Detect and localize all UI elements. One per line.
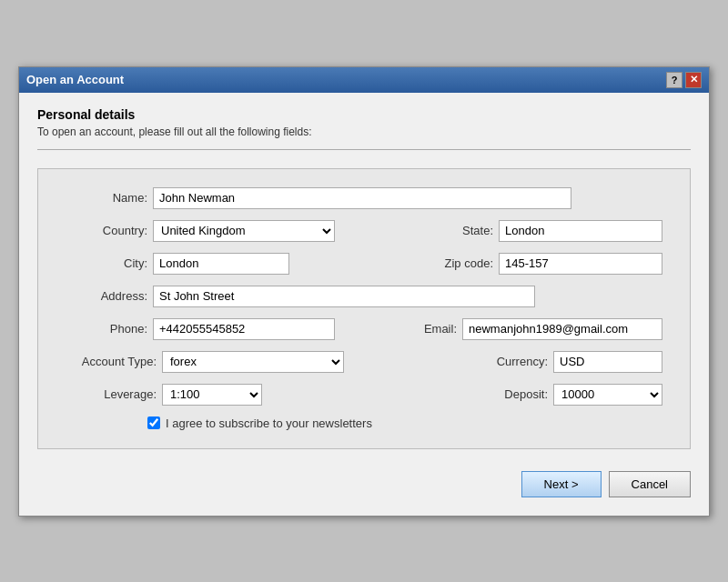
zip-label: Zip code:: [430, 256, 493, 270]
country-group: Country: United Kingdom United States Ge…: [66, 220, 335, 242]
button-bar: Next > Cancel: [37, 464, 691, 501]
phone-input[interactable]: [153, 318, 335, 340]
address-group: Address:: [66, 286, 535, 307]
city-group: City:: [66, 253, 289, 275]
actype-select[interactable]: forex cfd stocks: [162, 351, 344, 373]
name-input[interactable]: [153, 187, 571, 209]
title-bar-buttons: ? ✕: [666, 72, 702, 88]
zip-group: Zip code:: [430, 253, 662, 275]
state-label: State:: [439, 224, 493, 237]
country-select[interactable]: United Kingdom United States Germany Fra…: [153, 220, 335, 242]
currency-input[interactable]: [553, 351, 662, 373]
actype-group: Account Type: forex cfd stocks: [66, 351, 344, 373]
email-input[interactable]: [462, 318, 662, 340]
currency-label: Currency:: [489, 355, 548, 368]
section-subtitle: To open an account, please fill out all …: [37, 125, 691, 138]
city-input[interactable]: [153, 253, 289, 275]
newsletter-checkbox-row: I agree to subscribe to your newsletters: [147, 416, 662, 430]
email-label: Email:: [416, 322, 457, 336]
form-area: Name: Country: United Kingdom United Sta…: [37, 168, 691, 449]
cancel-button[interactable]: Cancel: [609, 471, 691, 497]
phone-label: Phone:: [66, 322, 147, 336]
address-label: Address:: [66, 289, 147, 303]
phone-email-row: Phone: Email:: [66, 318, 662, 340]
actype-label: Account Type:: [66, 355, 157, 368]
name-group: Name:: [66, 187, 571, 209]
state-input[interactable]: [499, 220, 662, 242]
name-label: Name:: [66, 191, 147, 205]
zip-input[interactable]: [499, 253, 662, 275]
phone-group: Phone:: [66, 318, 335, 340]
newsletter-label: I agree to subscribe to your newsletters: [166, 416, 372, 430]
leverage-group: Leverage: 1:100 1:200 1:500: [66, 384, 262, 406]
actype-currency-row: Account Type: forex cfd stocks Currency:: [66, 351, 662, 373]
help-button[interactable]: ?: [666, 72, 682, 88]
city-label: City:: [66, 256, 147, 270]
next-button[interactable]: Next >: [521, 471, 602, 497]
city-zip-row: City: Zip code:: [66, 253, 662, 275]
address-input[interactable]: [153, 286, 535, 307]
dialog-open-account: Open an Account ? ✕ Personal details To …: [18, 66, 710, 517]
separator: [37, 149, 691, 150]
section-title: Personal details: [37, 107, 691, 122]
close-button[interactable]: ✕: [685, 72, 702, 88]
address-row: Address:: [66, 286, 662, 307]
country-state-row: Country: United Kingdom United States Ge…: [66, 220, 662, 242]
deposit-select[interactable]: 10000 5000 25000 50000: [553, 384, 662, 406]
name-row: Name:: [66, 187, 662, 209]
title-bar: Open an Account ? ✕: [19, 67, 709, 93]
deposit-label: Deposit:: [489, 387, 548, 401]
leverage-label: Leverage:: [66, 387, 157, 401]
leverage-deposit-row: Leverage: 1:100 1:200 1:500 Deposit: 100…: [66, 384, 662, 406]
email-group: Email:: [416, 318, 662, 340]
deposit-group: Deposit: 10000 5000 25000 50000: [489, 384, 662, 406]
dialog-body: Personal details To open an account, ple…: [19, 93, 709, 516]
leverage-select[interactable]: 1:100 1:200 1:500: [162, 384, 262, 406]
state-group: State:: [439, 220, 662, 242]
dialog-title: Open an Account: [26, 73, 124, 86]
country-label: Country:: [66, 224, 147, 237]
currency-group: Currency:: [489, 351, 662, 373]
newsletter-checkbox[interactable]: [147, 416, 160, 429]
